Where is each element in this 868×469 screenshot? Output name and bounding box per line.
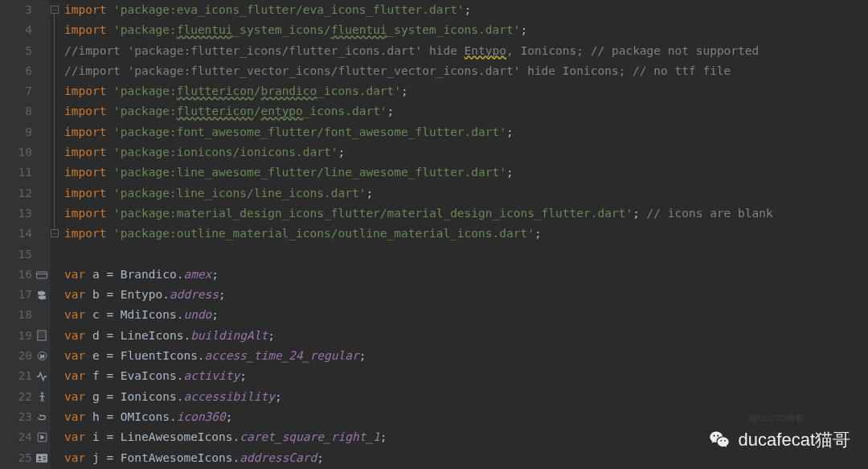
fold-toggle-icon[interactable]: − <box>51 6 59 14</box>
code-line[interactable]: import 'package:outline_material_icons/o… <box>64 224 868 244</box>
line-number: 19 <box>0 326 50 346</box>
line-number: 6 <box>0 61 50 81</box>
wechat-icon <box>708 429 731 451</box>
code-line[interactable]: import 'package:font_awesome_flutter/fon… <box>64 122 868 142</box>
svg-rect-23 <box>43 458 46 459</box>
idcard-icon <box>35 451 48 464</box>
line-number: 14 <box>0 224 50 244</box>
code-line[interactable] <box>64 245 868 265</box>
line-number-gutter: 3456789101112131415161718192024212223242… <box>0 0 50 469</box>
line-number: 18 <box>0 305 50 325</box>
line-number: 21 <box>0 366 50 386</box>
line-number: 13 <box>0 204 50 224</box>
line-number: 5 <box>0 41 50 61</box>
code-editor[interactable]: 3456789101112131415161718192024212223242… <box>0 0 868 469</box>
card-icon <box>35 269 48 282</box>
code-line[interactable]: import 'package:material_design_icons_fl… <box>64 204 868 224</box>
svg-text:24: 24 <box>39 355 44 359</box>
code-line[interactable]: import 'package:fluttericon/entypo_icons… <box>64 101 868 121</box>
code-line[interactable]: var f = EvaIcons.activity; <box>64 366 868 386</box>
code-line[interactable]: //import 'package:flutter_vector_icons/f… <box>64 61 868 81</box>
svg-rect-22 <box>43 456 46 457</box>
fold-gutter[interactable]: −− <box>50 0 61 469</box>
line-number: 4 <box>0 20 50 40</box>
code-line[interactable]: var c = MdiIcons.undo; <box>64 305 868 325</box>
line-number: 7 <box>0 81 50 101</box>
code-line[interactable]: var b = Entypo.address; <box>64 285 868 305</box>
building-icon <box>35 329 48 342</box>
line-number: 11 <box>0 163 50 183</box>
code-line[interactable]: import 'package:eva_icons_flutter/eva_ic… <box>64 0 868 20</box>
svg-rect-5 <box>38 331 46 340</box>
line-number: 23 <box>0 407 50 427</box>
faint-watermark: @51CTO博客 <box>749 409 804 429</box>
svg-rect-0 <box>36 272 47 278</box>
caret-icon <box>35 431 48 444</box>
code-line[interactable]: var g = Ionicons.accessibility; <box>64 387 868 407</box>
code-line[interactable]: var a = Brandico.amex; <box>64 265 868 285</box>
line-number: 10 <box>0 142 50 163</box>
rotate-icon <box>35 411 48 424</box>
svg-marker-19 <box>40 435 43 439</box>
code-line[interactable]: import 'package:fluttericon/brandico_ico… <box>64 81 868 101</box>
line-number: 17 <box>0 285 50 305</box>
code-line[interactable]: import 'package:fluentui_system_icons/fl… <box>64 20 868 40</box>
person-icon <box>35 390 48 403</box>
svg-marker-3 <box>39 291 46 294</box>
code-line[interactable]: //import 'package:flutter_icons/flutter_… <box>64 41 868 61</box>
line-number: 3 <box>0 0 50 20</box>
line-number: 25 <box>0 448 50 468</box>
line-number: 24 <box>0 427 50 447</box>
svg-point-21 <box>39 456 41 459</box>
svg-rect-24 <box>43 459 46 460</box>
clock-icon: 24 <box>35 350 48 363</box>
code-line[interactable]: var d = LineIcons.buildingAlt; <box>64 326 868 346</box>
activity-icon <box>35 370 48 383</box>
line-number: 8 <box>0 101 50 121</box>
watermark: ducafecat猫哥 <box>708 429 850 451</box>
line-number: 15 <box>0 245 50 265</box>
signpost-icon <box>35 289 48 302</box>
code-area[interactable]: import 'package:eva_icons_flutter/eva_ic… <box>61 0 868 469</box>
code-line[interactable]: import 'package:line_awesome_flutter/lin… <box>64 163 868 183</box>
code-line[interactable]: import 'package:ionicons/ionicons.dart'; <box>64 142 868 163</box>
line-number: 12 <box>0 183 50 204</box>
code-line[interactable]: var h = OMIcons.icon360; <box>64 407 868 427</box>
fold-guide-line <box>54 14 55 229</box>
svg-point-17 <box>41 392 43 394</box>
fold-toggle-icon[interactable]: − <box>51 229 59 237</box>
line-number: 22 <box>0 387 50 407</box>
svg-marker-4 <box>39 296 46 299</box>
line-number: 9 <box>0 122 50 142</box>
line-number: 16 <box>0 265 50 285</box>
code-line[interactable]: var e = FluentIcons.access_time_24_regul… <box>64 346 868 366</box>
line-number: 2024 <box>0 346 50 366</box>
watermark-text: ducafecat猫哥 <box>739 430 850 450</box>
code-line[interactable]: import 'package:line_icons/line_icons.da… <box>64 183 868 204</box>
